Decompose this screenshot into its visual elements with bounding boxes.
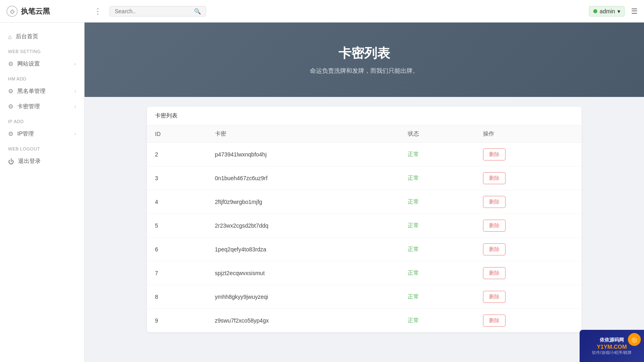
sidebar-item-home[interactable]: ⌂ 后台首页	[0, 29, 84, 44]
delete-button[interactable]: 删除	[483, 243, 506, 255]
cell-card: 1peq2qefy4to83rdza	[207, 238, 400, 261]
search-box: 🔍	[109, 6, 206, 16]
search-input[interactable]	[115, 8, 191, 14]
cell-id: 4	[147, 190, 207, 214]
table-row: 7 spjzt2ecqwvxsismut 正常 删除	[147, 261, 582, 285]
cell-card: 2r23wx2cgsd2bt7ddq	[207, 214, 400, 238]
table-row: 2 p473941lwxnqbfo4hj 正常 删除	[147, 143, 582, 167]
cell-action: 删除	[475, 143, 582, 167]
section-label-ip-add: IP ADD	[0, 114, 84, 126]
gear-icon-ip: ⚙	[8, 130, 13, 138]
chevron-right-icon-card: ‹	[74, 104, 76, 109]
section-label-web-setting: WEB SETTING	[0, 44, 84, 56]
sidebar-item-label-site-settings: 网站设置	[17, 60, 40, 68]
admin-label: admin	[600, 8, 615, 14]
sidebar-item-card-manage[interactable]: ⚙ 卡密管理 ‹	[0, 99, 84, 114]
chevron-down-icon: ▾	[617, 8, 620, 14]
cell-status: 正常	[400, 214, 475, 238]
cell-status: 正常	[400, 285, 475, 309]
main-content: 卡密列表 命运负责洗牌和发牌，而我们只能出牌。 卡密列表 ID 卡密 状态 操作…	[85, 23, 644, 362]
sidebar-item-label-blacklist: 黑名单管理	[17, 88, 45, 95]
header-right: admin ▾ ☰	[589, 6, 638, 16]
section-label-logout: WEB LOGOUT	[0, 142, 84, 154]
delete-button[interactable]: 删除	[483, 196, 506, 208]
table-row: 4 2ftjf0z9wrgbo1mjfg 正常 删除	[147, 190, 582, 214]
cell-id: 8	[147, 285, 207, 309]
sidebar-item-label-logout: 退出登录	[18, 158, 41, 165]
cell-status: 正常	[400, 190, 475, 214]
banner-title: 卡密列表	[339, 45, 390, 62]
sidebar-item-logout[interactable]: ⏻ 退出登录	[0, 154, 84, 169]
chevron-right-icon-ip: ‹	[74, 131, 76, 137]
col-header-card: 卡密	[207, 125, 400, 143]
cell-status: 正常	[400, 167, 475, 190]
cell-card: p473941lwxnqbfo4hj	[207, 143, 400, 167]
admin-dropdown[interactable]: admin ▾	[589, 6, 625, 16]
logo: ◇ 执笔云黑	[6, 6, 91, 17]
delete-button[interactable]: 删除	[483, 172, 506, 184]
sidebar-item-label-ip-manage: IP管理	[17, 130, 34, 138]
delete-button[interactable]: 删除	[483, 291, 506, 303]
sidebar-item-ip-manage[interactable]: ⚙ IP管理 ‹	[0, 126, 84, 142]
cell-card: 2ftjf0z9wrgbo1mjfg	[207, 190, 400, 214]
cell-status: 正常	[400, 143, 475, 167]
cell-id: 5	[147, 214, 207, 238]
watermark-title: 依依源码网	[600, 337, 624, 343]
sidebar-item-label-card-manage: 卡密管理	[17, 103, 40, 110]
sidebar-item-site-settings[interactable]: ⚙ 网站设置 ‹	[0, 56, 84, 72]
hamburger-icon[interactable]: ☰	[631, 7, 638, 16]
cell-action: 删除	[475, 167, 582, 190]
card-list-container: 卡密列表 ID 卡密 状态 操作 2 p473941lwxnqbfo4hj 正常…	[147, 107, 582, 332]
banner-subtitle: 命运负责洗牌和发牌，而我们只能出牌。	[310, 67, 419, 75]
col-header-action: 操作	[475, 125, 582, 143]
cell-card: 0n1bueh467zc6uz9rf	[207, 167, 400, 190]
cell-id: 2	[147, 143, 207, 167]
table-header-row: ID 卡密 状态 操作	[147, 125, 582, 143]
watermark-subtitle: 软件/游戏/小程序/棋牌	[592, 350, 632, 356]
table-section-title: 卡密列表	[147, 107, 582, 125]
delete-button[interactable]: 删除	[483, 220, 506, 232]
table-row: 3 0n1bueh467zc6uz9rf 正常 删除	[147, 167, 582, 190]
cell-id: 9	[147, 309, 207, 333]
logo-text: 执笔云黑	[21, 6, 50, 16]
cell-status: 正常	[400, 261, 475, 285]
table-row: 8 ymhh8gkyy9jwuyzeqi 正常 删除	[147, 285, 582, 309]
cell-action: 删除	[475, 190, 582, 214]
col-header-id: ID	[147, 125, 207, 143]
gear-icon-card: ⚙	[8, 103, 13, 110]
table-row: 5 2r23wx2cgsd2bt7ddq 正常 删除	[147, 214, 582, 238]
cell-action: 删除	[475, 309, 582, 333]
cell-card: ymhh8gkyy9jwuyzeqi	[207, 285, 400, 309]
sidebar-item-label-home: 后台首页	[16, 33, 38, 40]
cell-action: 删除	[475, 261, 582, 285]
status-dot	[593, 9, 597, 13]
sidebar: ⌂ 后台首页 WEB SETTING ⚙ 网站设置 ‹ HM ADD ⚙ 黑名单…	[0, 23, 85, 362]
delete-button[interactable]: 删除	[483, 315, 506, 327]
delete-button[interactable]: 删除	[483, 148, 506, 160]
gear-icon-site: ⚙	[8, 60, 13, 68]
home-icon: ⌂	[8, 33, 12, 40]
cell-status: 正常	[400, 309, 475, 333]
page-banner: 卡密列表 命运负责洗牌和发牌，而我们只能出牌。	[85, 23, 644, 97]
header-middle: ⋮ 🔍	[91, 5, 589, 17]
menu-dots-icon[interactable]: ⋮	[91, 5, 105, 17]
main-layout: ⌂ 后台首页 WEB SETTING ⚙ 网站设置 ‹ HM ADD ⚙ 黑名单…	[0, 23, 644, 362]
table-row: 9 z9swu7f2xco58yp4gx 正常 删除	[147, 309, 582, 333]
card-table: ID 卡密 状态 操作 2 p473941lwxnqbfo4hj 正常 删除 3…	[147, 125, 582, 332]
table-row: 6 1peq2qefy4to83rdza 正常 删除	[147, 238, 582, 261]
watermark-icon: ◎	[628, 333, 641, 346]
cell-action: 删除	[475, 214, 582, 238]
cell-id: 6	[147, 238, 207, 261]
cell-action: 删除	[475, 285, 582, 309]
top-header: ◇ 执笔云黑 ⋮ 🔍 admin ▾ ☰	[0, 0, 644, 23]
section-label-hm-add: HM ADD	[0, 72, 84, 84]
cell-action: 删除	[475, 238, 582, 261]
search-icon: 🔍	[194, 8, 201, 14]
col-header-status: 状态	[400, 125, 475, 143]
cell-card: spjzt2ecqwvxsismut	[207, 261, 400, 285]
chevron-right-icon-blacklist: ‹	[74, 88, 76, 94]
delete-button[interactable]: 删除	[483, 267, 506, 279]
sidebar-item-blacklist[interactable]: ⚙ 黑名单管理 ‹	[0, 84, 84, 99]
cell-status: 正常	[400, 238, 475, 261]
watermark-overlay: ◎ 依依源码网 Y1YM.COM 软件/游戏/小程序/棋牌	[580, 330, 644, 362]
